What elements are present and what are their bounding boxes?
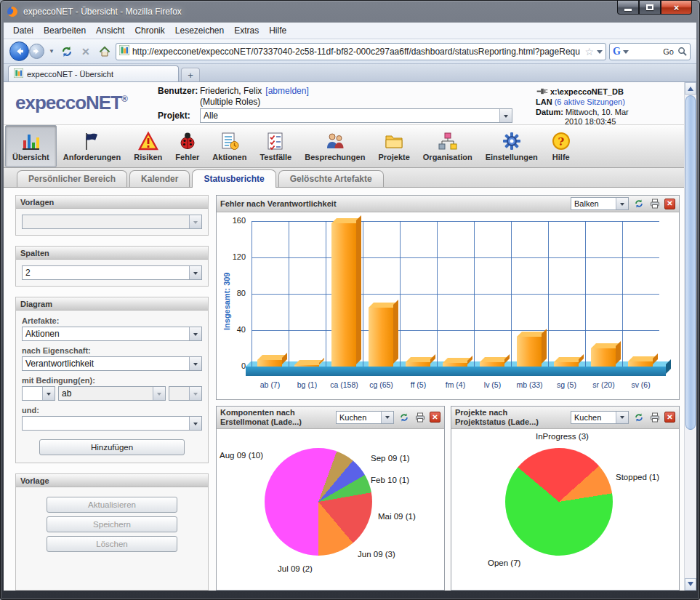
search-input[interactable]: Go [631, 47, 675, 56]
tab-statusberichte[interactable]: Statusberichte [192, 169, 275, 188]
stop-button[interactable]: ✕ [78, 44, 94, 60]
pie-slice-label: Jul 09 (2) [278, 564, 313, 573]
gear-icon [502, 131, 522, 151]
bar-category-label: ca (158) [326, 380, 363, 389]
toolbar-item-besprechungen[interactable]: Besprechungen [298, 125, 371, 167]
aktualisieren-button[interactable]: Aktualisieren [47, 497, 177, 513]
page-body: Vorlagen Spalten 2 [4, 188, 684, 591]
scrollbar-track[interactable] [685, 431, 696, 578]
toolbar-item-risiken[interactable]: Risiken [127, 125, 169, 167]
vorlagen-select[interactable] [22, 215, 202, 229]
lan-sessions[interactable]: (6 aktive Sitzungen) [555, 97, 625, 106]
home-button[interactable] [97, 44, 113, 60]
bar-y-axis-label: Insgesamt: 309 [222, 273, 231, 330]
chevron-down-icon[interactable] [153, 387, 165, 400]
maximize-button[interactable] [639, 1, 661, 15]
bedingung-extra-select[interactable] [169, 386, 202, 401]
back-button[interactable] [9, 41, 29, 61]
loeschen-button[interactable]: Löschen [47, 536, 177, 552]
url-dropdown-icon[interactable] [597, 50, 603, 57]
scroll-down-button[interactable] [685, 578, 696, 591]
scroll-up-button[interactable] [685, 82, 696, 95]
toolbar-item-hilfe[interactable]: ?Hilfe [544, 125, 578, 167]
toolbar-item-projekte[interactable]: Projekte [371, 125, 416, 167]
spalten-select[interactable]: 2 [22, 265, 202, 280]
bedingung-operator-select[interactable] [22, 386, 55, 401]
magnifier-icon[interactable] [677, 47, 687, 56]
bar-category-label: sg (5) [548, 380, 585, 389]
pie-1 [265, 448, 372, 556]
chevron-down-icon[interactable] [189, 417, 201, 430]
page-scrollbar[interactable] [684, 82, 696, 591]
chevron-down-icon[interactable] [189, 387, 201, 400]
eigenschaft-select[interactable]: Verantwortlichkeit [22, 356, 202, 371]
close-panel-button[interactable]: ✕ [664, 199, 675, 209]
refresh-icon[interactable] [398, 412, 410, 423]
chevron-down-icon[interactable] [189, 215, 201, 228]
chevron-down-icon[interactable] [189, 327, 201, 340]
pie2-panel-header: Projekte nach Projektstatus (Lade...) Ku… [451, 407, 679, 429]
toolbar-item-testfaelle[interactable]: Testfälle [253, 125, 298, 167]
chevron-down-icon[interactable] [42, 387, 55, 400]
chevron-down-icon[interactable] [381, 412, 393, 423]
chevron-down-icon[interactable] [189, 357, 201, 370]
toolbar-item-fehler[interactable]: Fehler [169, 125, 206, 167]
close-button[interactable]: × [661, 1, 692, 15]
browser-tab-bar: expeccoNET - Übersicht + [4, 64, 696, 82]
bedingung-value-select[interactable]: ab [58, 386, 166, 401]
toolbar-item-uebersicht[interactable]: Übersicht [5, 125, 57, 167]
und-select[interactable] [22, 416, 202, 431]
toolbar-item-anforderungen[interactable]: Anforderungen [57, 125, 127, 167]
menu-ansicht[interactable]: Ansicht [91, 23, 129, 38]
chevron-down-icon[interactable] [499, 109, 512, 122]
forward-button[interactable] [29, 44, 44, 59]
speichern-button[interactable]: Speichern [47, 516, 177, 532]
printer-icon[interactable] [648, 198, 661, 209]
chevron-down-icon[interactable] [189, 266, 201, 279]
refresh-icon[interactable] [632, 412, 645, 423]
toolbar-item-einstellungen[interactable]: Einstellungen [479, 125, 544, 167]
main-toolbar: ÜbersichtAnforderungenRisikenFehlerAktio… [4, 124, 684, 168]
history-dropdown-icon[interactable]: ▼ [47, 48, 56, 55]
url-bar[interactable]: http://expecconet/expeccoNET/07337040-2c… [116, 43, 606, 60]
menu-lesezeichen[interactable]: Lesezeichen [170, 23, 229, 38]
bedingung-label: mit Bedingung(en): [22, 376, 202, 385]
title-bar[interactable]: expeccoNET - Übersicht - Mozilla Firefox… [4, 1, 696, 23]
browser-tab[interactable]: expeccoNET - Übersicht [8, 65, 179, 81]
chevron-down-icon[interactable] [616, 198, 628, 209]
printer-icon[interactable] [414, 412, 426, 423]
tab-geloeschte-artefakte[interactable]: Gelöschte Artefakte [278, 170, 384, 187]
chevron-down-icon[interactable] [616, 412, 628, 423]
menu-chronik[interactable]: Chronik [129, 23, 169, 38]
menu-extras[interactable]: Extras [229, 23, 264, 38]
project-select[interactable]: Alle [200, 108, 512, 123]
page-tabs: Persönlicher BereichKalenderStatusberich… [4, 168, 684, 188]
menu-bearbeiten[interactable]: Bearbeiten [39, 23, 91, 38]
refresh-icon[interactable] [632, 198, 645, 209]
close-panel-button[interactable]: ✕ [430, 412, 440, 423]
logout-link[interactable]: [abmelden] [265, 86, 308, 96]
new-tab-button[interactable]: + [181, 68, 200, 81]
chart-type-select[interactable]: Kuchen [336, 411, 394, 424]
tab-kalender[interactable]: Kalender [129, 170, 190, 187]
chart-type-select[interactable]: Balken [571, 197, 629, 210]
chart-type-select[interactable]: Kuchen [571, 411, 629, 424]
toolbar-item-aktionen[interactable]: Aktionen [206, 125, 253, 167]
toolbar-item-label: Hilfe [552, 153, 570, 161]
menu-datei[interactable]: Datei [8, 23, 39, 38]
toolbar-item-organisation[interactable]: Organisation [417, 125, 479, 167]
tab-persoenlicher-bereich[interactable]: Persönlicher Bereich [17, 170, 127, 187]
printer-icon[interactable] [648, 412, 661, 423]
search-bar[interactable]: G Go [609, 43, 691, 60]
close-panel-button[interactable]: ✕ [664, 412, 675, 423]
hinzufuegen-button[interactable]: Hinzufügen [39, 439, 185, 455]
menu-hilfe[interactable]: Hilfe [264, 23, 291, 38]
bookmark-star-icon[interactable]: ☆ [584, 47, 594, 57]
url-text[interactable]: http://expecconet/expeccoNET/07337040-2c… [132, 47, 582, 57]
reload-button[interactable] [59, 44, 75, 60]
minimize-button[interactable] [617, 1, 639, 15]
search-engine-dropdown-icon[interactable] [623, 50, 629, 57]
vorlage-buttons: AktualisierenSpeichernLöschen [16, 487, 208, 561]
artefakte-select[interactable]: Aktionen [22, 327, 202, 341]
window-bottom-frame [4, 591, 696, 599]
